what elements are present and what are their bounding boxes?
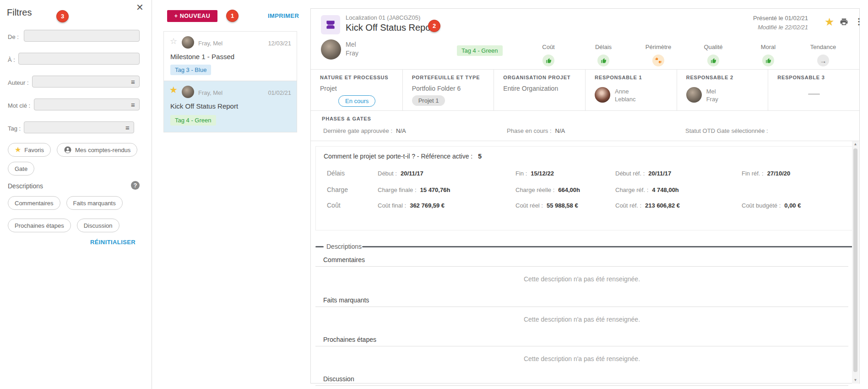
scrollbar-thumb[interactable] [853, 148, 857, 372]
report-title: Kick Off Status Report [170, 102, 238, 110]
scroll-down-icon[interactable]: ▼ [852, 377, 859, 384]
section-divider [315, 266, 848, 267]
my-reports-chip-label: Mes comptes-rendus [75, 147, 130, 153]
descriptions-section-header: Descriptions [326, 243, 362, 250]
close-icon[interactable]: ✕ [136, 2, 144, 13]
faits-marquants-chip-label: Faits marquants [73, 200, 116, 207]
commentaires-filter-chip[interactable]: Commentaires [8, 196, 60, 210]
gate-chip-label: Gate [15, 165, 27, 172]
filters-title: Filtres [7, 7, 32, 18]
status-report-icon [321, 15, 340, 34]
responsable1-last: Leblanc [615, 96, 636, 103]
filter-from-input[interactable] [24, 30, 140, 42]
favoris-chip-label: Favoris [24, 147, 44, 153]
filter-author-label: Auteur : [8, 79, 29, 86]
health-question: Comment le projet se porte-t-il ? - Réfé… [324, 153, 472, 160]
more-menu-icon[interactable]: ⋮ [855, 16, 863, 27]
card-responsable-2: RESPONSABLE 2 Mel Fray [677, 70, 768, 110]
indicator-qualite: Qualité [686, 44, 741, 66]
favorite-star-icon[interactable]: ★ [825, 16, 835, 28]
indicator-cout: Coût [521, 44, 576, 66]
empty-description-text: Cette description n'a pas été renseignée… [315, 275, 848, 283]
report-tag-badge: Tag 3 - Blue [170, 65, 211, 75]
indicator-moral: Moral [741, 44, 796, 66]
section-divider [315, 307, 848, 307]
separator-bar [362, 246, 853, 247]
annotation-badge-3: 3 [56, 10, 69, 22]
keyword-menu-icon[interactable]: ≡ [131, 101, 135, 108]
thumbs-mixed-icon [652, 55, 664, 66]
row-label-delais: Délais [327, 170, 345, 177]
responsable1-avatar [595, 87, 610, 103]
favoris-filter-chip[interactable]: ★ Favoris [8, 143, 51, 157]
reports-list-column: + NOUVEAU 1 IMPRIMER ☆ Fray, Mel 12/03/2… [152, 0, 310, 389]
section-prochaines-etapes: Prochaines étapes [323, 336, 376, 343]
modified-date: Modifié le 22/02/21 [758, 24, 808, 31]
empty-value-dash [808, 93, 820, 95]
filter-author-input[interactable] [32, 76, 140, 88]
owner-avatar [321, 39, 341, 60]
section-divider [315, 385, 848, 386]
card-organisation-projet: ORGANISATION PROJET Entire Organization [494, 70, 585, 110]
faits-marquants-filter-chip[interactable]: Faits marquants [66, 196, 123, 210]
filter-tag-label: Tag : [8, 125, 21, 132]
my-reports-filter-chip[interactable]: Mes comptes-rendus [57, 143, 137, 157]
prochaines-etapes-filter-chip[interactable]: Prochaines étapes [8, 219, 71, 232]
star-filled-icon[interactable]: ★ [169, 86, 178, 93]
report-tag-badge: Tag 4 - Green [170, 115, 216, 126]
section-faits-marquants: Faits marquants [323, 296, 369, 304]
new-report-button[interactable]: + NOUVEAU [167, 10, 217, 22]
card-responsable-1: RESPONSABLE 1 Anne Leblanc [585, 70, 677, 110]
responsable2-last: Fray [706, 96, 718, 103]
arrow-right-icon: → [817, 55, 829, 66]
report-list-item-kickoff[interactable]: ★ Fray, Mel 01/02/21 Kick Off Status Rep… [163, 81, 297, 132]
organisation-value: Entire Organization [503, 85, 579, 92]
report-detail-panel: Localization 01 (JA8CGZ05) Kick Off Stat… [310, 8, 860, 384]
owner-first-name: Mel [346, 41, 356, 48]
tag-menu-icon[interactable]: ≡ [125, 124, 130, 131]
project-type-pill: Projet 1 [412, 95, 445, 106]
scroll-up-icon[interactable]: ▲ [852, 141, 859, 148]
commentaires-chip-label: Commentaires [15, 200, 54, 207]
discussion-filter-chip[interactable]: Discussion [77, 219, 119, 232]
help-icon[interactable]: ? [131, 181, 140, 190]
indicator-delais: Délais [576, 44, 631, 66]
star-icon: ★ [15, 146, 21, 153]
indicator-perimetre: Périmètre [631, 44, 686, 66]
report-list-item-milestone1[interactable]: ☆ Fray, Mel 12/03/21 Milestone 1 - Passe… [163, 31, 297, 81]
current-phase-label: Phase en cours : [507, 127, 552, 134]
filter-keyword-input[interactable] [34, 99, 140, 110]
row-label-cout: Coût [327, 202, 341, 209]
author-menu-icon[interactable]: ≡ [131, 78, 135, 85]
print-list-button[interactable]: IMPRIMER [268, 12, 299, 19]
filter-from-label: De : [8, 33, 19, 40]
active-reference-value: 5 [478, 153, 482, 160]
separator-bar [315, 246, 324, 247]
last-gate-label: Dernière gate approuvée : [323, 127, 392, 134]
annotation-badge-1: 1 [226, 10, 239, 22]
star-outline-icon[interactable]: ☆ [170, 37, 177, 45]
detail-scrollbar[interactable]: ▲ ▼ [852, 141, 859, 384]
otd-gate-label: Statut OTD Gate sélectionnée : [685, 127, 768, 134]
current-phase-value: N/A [555, 127, 565, 134]
filter-to-input[interactable] [18, 53, 140, 65]
empty-description-text: Cette description n'a pas été renseignée… [315, 355, 848, 362]
presented-date: Présenté le 01/02/21 [753, 15, 808, 22]
filter-tag-input[interactable] [24, 121, 134, 133]
print-icon[interactable] [840, 17, 848, 27]
nature-value: Projet [320, 85, 396, 92]
empty-description-text: Cette description n'a pas été renseignée… [315, 316, 848, 323]
section-discussion: Discussion [323, 375, 354, 383]
report-title: Milestone 1 - Passed [170, 53, 234, 60]
reset-filters-button[interactable]: RÉINITIALISER [90, 239, 136, 246]
report-author: Fray, Mel [198, 40, 222, 47]
gate-filter-chip[interactable]: Gate [8, 162, 34, 175]
thumbs-up-icon [542, 55, 554, 66]
discussion-chip-label: Discussion [84, 222, 113, 229]
descriptions-group-label: Descriptions [8, 182, 43, 190]
report-date: 12/03/21 [268, 40, 291, 47]
thumbs-up-icon [597, 55, 609, 66]
card-responsable-3: RESPONSABLE 3 [768, 70, 859, 110]
info-cards-row: NATURE ET PROCESSUS Projet En cours PORT… [311, 69, 859, 111]
responsable2-first: Mel [706, 88, 716, 95]
